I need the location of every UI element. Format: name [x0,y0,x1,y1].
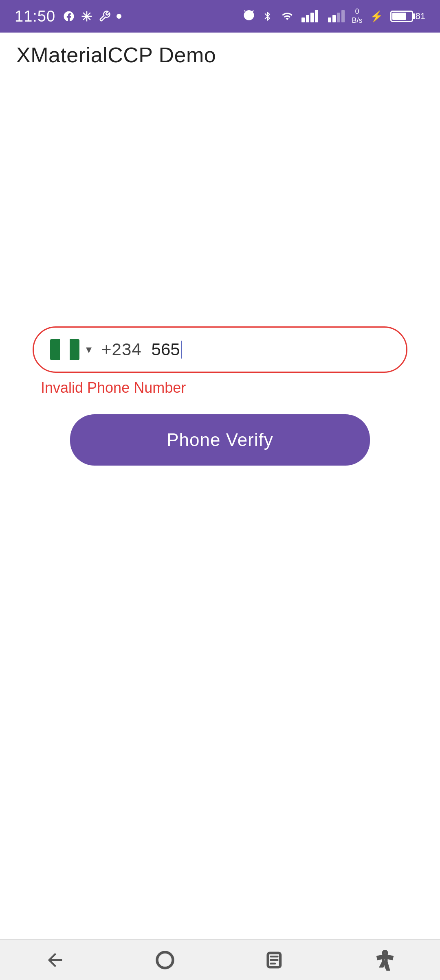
signal-bars [301,10,318,22]
app-title: XMaterialCCP Demo [16,43,216,67]
flag-green-left [50,339,60,360]
phone-section: ▾ +234 565 Invalid Phone Number Phone Ve… [24,326,416,466]
wifi-icon [280,11,294,22]
status-bar-right: 0 B/s ⚡ 81 [243,7,426,25]
bottom-nav [0,939,440,980]
phone-number-value: 565 [152,340,180,359]
status-icons-left [63,10,121,22]
flag-white-center [60,339,70,360]
facebook-icon [63,10,75,22]
text-cursor [181,341,182,359]
nav-recents-button[interactable] [259,944,291,976]
status-bar: 11:50 [0,0,440,33]
country-selector[interactable]: ▾ [50,339,92,360]
app-icon-2 [81,10,93,22]
main-content: ▾ +234 565 Invalid Phone Number Phone Ve… [0,77,440,939]
notification-dot [117,14,121,19]
nigeria-flag [50,339,79,360]
phone-input-container: ▾ +234 565 [33,326,407,373]
content-spacer-top [24,102,416,326]
country-code: +234 [101,340,142,359]
signal-bars-2 [328,10,345,22]
charge-icon: ⚡ [370,10,383,23]
battery-percent: 81 [416,11,425,22]
phone-number-field[interactable]: 565 [152,340,390,359]
dropdown-arrow-icon[interactable]: ▾ [86,344,92,355]
data-speed: 0 B/s [352,7,363,25]
status-bar-left: 11:50 [15,8,121,25]
content-spacer-bottom [24,466,416,915]
phone-verify-button[interactable]: Phone Verify [70,414,370,466]
flag-green-right [70,339,79,360]
nav-back-button[interactable] [39,944,71,976]
status-time: 11:50 [15,8,55,25]
app-bar: XMaterialCCP Demo [0,33,440,77]
svg-point-6 [383,951,387,955]
bluetooth-icon [262,10,273,22]
svg-point-4 [157,952,173,968]
error-message: Invalid Phone Number [33,379,407,396]
nav-home-button[interactable] [149,944,181,976]
nav-accessibility-button[interactable] [369,944,401,976]
tool-icon [99,10,111,22]
alarm-icon [243,10,255,22]
battery: 81 [390,11,425,22]
